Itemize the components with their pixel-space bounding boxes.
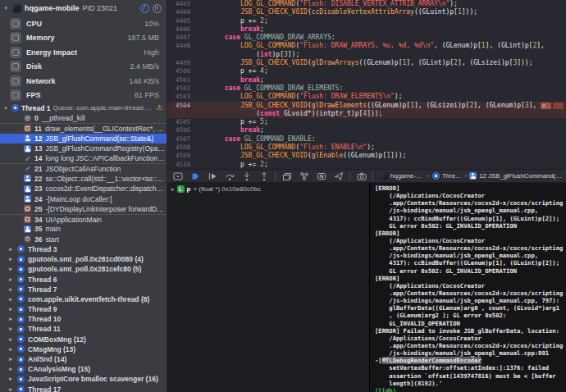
code-line[interactable]: 4496 break;: [167, 25, 566, 34]
disclosure-closed-icon[interactable]: [7, 386, 14, 392]
source-editor[interactable]: 4493 LOG_GL_COMMAND("Flush: DISABLE_VERT…: [167, 0, 566, 169]
code-line[interactable]: 4507 case GL_COMMAND_ENABLE:: [167, 135, 566, 144]
line-number[interactable]: 4500: [167, 67, 197, 75]
line-number[interactable]: [167, 110, 197, 118]
code-line[interactable]: 4493 LOG_GL_COMMAND("Flush: DISABLE_VERT…: [167, 0, 566, 8]
line-number[interactable]: 4498: [167, 42, 197, 50]
environment-overrides-button[interactable]: [313, 170, 330, 182]
variables-view[interactable]: L p = (float *) 0x10e80c0bc: [167, 183, 370, 392]
thread-row[interactable]: COMBoxMng (12): [0, 335, 167, 344]
code-line[interactable]: 4498 LOG_GL_COMMAND("Flush: DRAW_ARRAYS,…: [167, 42, 566, 50]
pause-debug-button[interactable]: [140, 4, 149, 13]
issue-badge[interactable]: [541, 103, 551, 109]
stack-frame-row[interactable]: 0__pthread_kill: [0, 113, 167, 123]
stack-frame-row[interactable]: 13JSB_glFlushCommandRegistry(OpaqueJSCo…: [0, 144, 167, 153]
disclosure-closed-icon[interactable]: [7, 336, 14, 343]
step-over-button[interactable]: [221, 170, 238, 182]
line-number[interactable]: 4507: [167, 135, 197, 144]
thread-row[interactable]: gputools.smt_poll.0x281cd0080 (4): [0, 254, 167, 264]
line-number[interactable]: 4496: [167, 25, 197, 34]
thread-row[interactable]: Thread 9: [0, 304, 167, 314]
code-line[interactable]: 4500 p += 4;: [167, 67, 566, 75]
line-number[interactable]: 4506: [167, 126, 197, 134]
debug-memory-graph-button[interactable]: [295, 170, 313, 182]
disclosure-closed-icon[interactable]: [7, 306, 14, 312]
thread-row[interactable]: CAnalysisMng (15): [0, 364, 167, 374]
disclosure-closed-icon[interactable]: [7, 296, 14, 303]
gauge-row-energy[interactable]: Energy ImpactHigh: [0, 45, 167, 60]
stop-process-button[interactable]: [153, 4, 162, 13]
thread-row[interactable]: Thread 6: [0, 274, 167, 284]
line-number[interactable]: 4505: [167, 118, 197, 126]
disclosure-closed-icon[interactable]: [7, 346, 14, 353]
code-line[interactable]: (const GLvoid*)(intptr_t)p[4]));: [167, 110, 566, 118]
gauge-row-network[interactable]: Network146 KB/s: [0, 74, 167, 89]
line-number[interactable]: 4504: [167, 102, 197, 110]
disclosure-closed-icon[interactable]: [7, 266, 14, 272]
thread-row[interactable]: Thread 3: [0, 244, 167, 254]
code-line[interactable]: 4508 LOG_GL_COMMAND("Flush: ENABLE\n");: [167, 144, 566, 152]
breadcrumb-item[interactable]: hqgame-mobile: [390, 172, 425, 180]
code-line[interactable]: 4503 LOG_GL_COMMAND("Flush: DRAW_ELEMENT…: [167, 93, 566, 101]
stack-frame-row[interactable]: 14long long JSC::APICallbackFunction::ca…: [0, 153, 167, 163]
gauge-row-cpu[interactable]: CPU10%: [0, 16, 167, 31]
line-number[interactable]: 4495: [167, 17, 197, 25]
stack-frame-row[interactable]: 34UIApplicationMain: [0, 214, 167, 224]
screenshot-button[interactable]: [353, 170, 370, 182]
disclosure-closed-icon[interactable]: [7, 376, 14, 382]
hide-debug-area-button[interactable]: [169, 170, 186, 182]
breadcrumb-item[interactable]: Thread 1: [442, 172, 463, 180]
gauge-row-memory[interactable]: Memory187.5 MB: [0, 31, 167, 46]
thread-1-row[interactable]: Thread 1 Queue: com.apple.main-thread (s…: [0, 103, 167, 113]
step-into-button[interactable]: [238, 170, 255, 182]
thread-row[interactable]: Thread 11: [0, 324, 167, 334]
breadcrumb-item[interactable]: 12 JSB_glFlushCommand(se::State&): [479, 172, 564, 180]
disclosure-closed-icon[interactable]: [7, 256, 14, 262]
disclosure-closed-icon[interactable]: [7, 286, 14, 293]
line-number[interactable]: 4510: [167, 161, 197, 169]
thread-row[interactable]: gputools.smt_poll.0x281cefc80 (5): [0, 264, 167, 274]
thread-row[interactable]: JavaScriptCore bmalloc scavenger (16): [0, 374, 167, 384]
code-line[interactable]: (int)p[3]);: [167, 51, 566, 59]
code-line[interactable]: 4506 break;: [167, 126, 566, 134]
stack-frame-row[interactable]: 21JSObjectCallAsFunction: [0, 163, 167, 173]
disclosure-closed-icon[interactable]: [7, 276, 14, 283]
stack-frame-row[interactable]: 22se::Object::call(std::__1::vector<se::…: [0, 174, 167, 184]
gauge-row-disk[interactable]: Disk2.4 MB/s: [0, 60, 167, 75]
debug-view-hierarchy-button[interactable]: [278, 170, 295, 182]
stack-frame-row[interactable]: 12JSB_glFlushCommand(se::State&): [0, 134, 167, 144]
stack-frame-row[interactable]: 23cocos2d::EventDispatcher::dispatchTick…: [0, 184, 167, 194]
line-number[interactable]: 4501: [167, 76, 197, 84]
code-line[interactable]: 4502 case GL_COMMAND_DRAW_ELEMENTS:: [167, 84, 566, 93]
code-line[interactable]: 4497 case GL_COMMAND_DRAW_ARRAYS:: [167, 34, 566, 42]
code-line[interactable]: 4499 JSB_GL_CHECK_VOID(glDrawArrays((GLe…: [167, 59, 566, 67]
line-number[interactable]: 4502: [167, 84, 197, 93]
line-number[interactable]: 4508: [167, 144, 197, 152]
disclosure-closed-icon[interactable]: [7, 246, 14, 253]
thread-row[interactable]: Thread 10: [0, 314, 167, 324]
breakpoints-toggle-button[interactable]: [186, 170, 203, 182]
code-line[interactable]: 4494 JSB_GL_CHECK_VOID(ccDisableVertexAt…: [167, 8, 566, 16]
variable-row[interactable]: L p = (float *) 0x10e80c0bc: [171, 185, 365, 193]
stack-frame-row[interactable]: 25-[DYDisplayLinkInterposer forwardDispl…: [0, 204, 167, 214]
code-line[interactable]: 4510 p += 2;: [167, 161, 566, 169]
console-output[interactable]: [ERROR] (/Applications/CocosCreator .app…: [370, 183, 566, 392]
disclosure-closed-icon[interactable]: [171, 186, 175, 193]
line-number[interactable]: 4493: [167, 0, 197, 8]
disclosure-closed-icon[interactable]: [7, 366, 14, 372]
thread-row[interactable]: com.apple.uikit.eventfetch-thread (8): [0, 294, 167, 304]
process-row[interactable]: hqgame-mobile PID 23021: [0, 0, 167, 16]
thread-row[interactable]: Thread 17: [0, 384, 167, 392]
thread-row[interactable]: CMsgMng (13): [0, 344, 167, 354]
line-number[interactable]: 4494: [167, 8, 197, 16]
disclosure-closed-icon[interactable]: [7, 316, 14, 322]
step-out-button[interactable]: [255, 170, 272, 182]
breakpoint-badge[interactable]: [553, 103, 564, 109]
simulate-location-button[interactable]: [330, 170, 347, 182]
line-number[interactable]: 4499: [167, 59, 197, 67]
stack-frame-row[interactable]: 11draw_elements(__GLIContextRec*, unsign…: [0, 123, 167, 133]
disclosure-closed-icon[interactable]: [7, 326, 14, 332]
code-line[interactable]: 4505 p += 5;: [167, 118, 566, 126]
thread-row[interactable]: AnlSnd (14): [0, 354, 167, 364]
code-line[interactable]: 4509 JSB_GL_CHECK_VOID(glEnable((GLenum)…: [167, 152, 566, 160]
